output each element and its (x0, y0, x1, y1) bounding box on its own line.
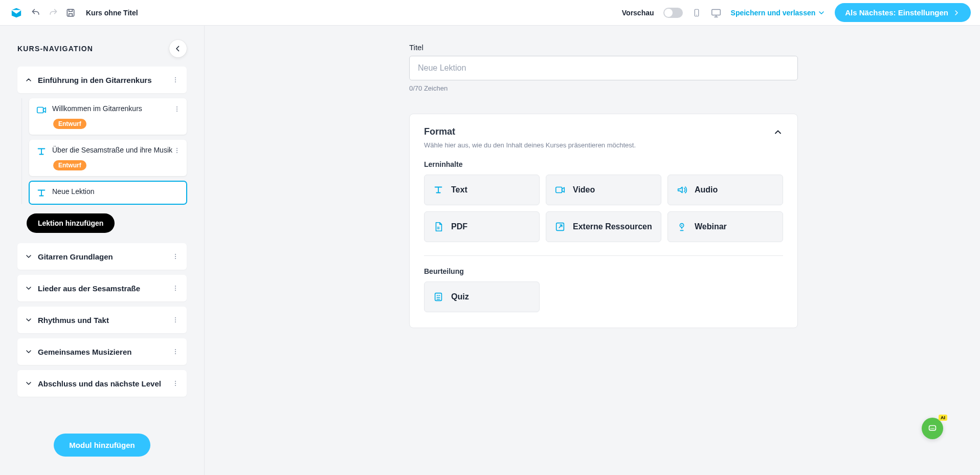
module-menu-button[interactable] (169, 282, 182, 294)
webinar-icon (676, 221, 687, 232)
sidebar: KURS-NAVIGATION Einführung in den Gitarr… (0, 26, 205, 475)
lesson-title: Neue Lektion (52, 187, 95, 197)
module-title: Lieder aus der Sesamstraße (38, 284, 140, 293)
lesson-item[interactable]: Willkommen im Gitarrenkurs Entwurf (29, 98, 187, 135)
module-title: Rhythmus und Takt (38, 316, 109, 325)
format-option-label: Quiz (451, 292, 469, 301)
module-menu-button[interactable] (169, 74, 182, 86)
format-option-label: Video (573, 185, 595, 195)
format-description: Wähle hier aus, wie du den Inhalt deines… (424, 141, 783, 149)
video-icon (554, 184, 566, 196)
module-title: Gitarren Grundlagen (38, 252, 113, 261)
module-header[interactable]: Lieder aus der Sesamstraße (17, 275, 187, 301)
module-list: Einführung in den Gitarrenkurs Willkomme… (0, 67, 204, 423)
undo-button[interactable] (31, 8, 41, 18)
module-menu-button[interactable] (169, 377, 182, 390)
module-item: Lieder aus der Sesamstraße (17, 275, 187, 301)
collapse-sidebar-button[interactable] (169, 40, 187, 57)
format-option-label: Externe Ressourcen (573, 222, 652, 231)
lesson-item[interactable]: Über die Sesamstraße und ihre Musik Entw… (29, 140, 187, 176)
chevron-down-icon (25, 284, 33, 292)
format-option-label: Audio (695, 185, 718, 195)
format-option-external[interactable]: Externe Ressourcen (546, 211, 661, 242)
format-option-label: Text (451, 185, 467, 195)
text-icon (433, 184, 444, 196)
save-button[interactable] (65, 8, 76, 18)
draft-badge: Entwurf (53, 160, 86, 170)
format-heading: Format (424, 126, 455, 137)
pdf-icon (433, 221, 444, 232)
title-character-counter: 0/70 Zeichen (409, 84, 798, 92)
lesson-item-active[interactable]: Neue Lektion (29, 181, 187, 204)
format-option-label: Webinar (695, 222, 727, 231)
chevron-down-icon (25, 348, 33, 356)
app-logo[interactable] (9, 7, 24, 18)
format-option-webinar[interactable]: Webinar (667, 211, 783, 242)
save-and-exit-link[interactable]: Speichern und verlassen (731, 9, 826, 17)
lesson-menu-button[interactable] (171, 144, 183, 157)
course-title: Kurs ohne Titel (86, 9, 138, 17)
module-header[interactable]: Abschluss und das nächste Level (17, 370, 187, 397)
module-header[interactable]: Rhythmus und Takt (17, 307, 187, 333)
lesson-menu-button[interactable] (171, 103, 183, 115)
title-field-label: Titel (409, 43, 798, 52)
chevron-down-icon (25, 252, 33, 261)
format-option-pdf[interactable]: PDF (424, 211, 540, 242)
draft-badge: Entwurf (53, 119, 86, 129)
chevron-down-icon (25, 316, 33, 324)
lesson-list: Willkommen im Gitarrenkurs Entwurf Über … (21, 98, 187, 204)
next-settings-button[interactable]: Als Nächstes: Einstellungen (835, 3, 971, 22)
module-item: Abschluss und das nächste Level (17, 370, 187, 397)
ai-badge: AI (939, 415, 947, 421)
assessment-section-label: Beurteilung (424, 267, 783, 275)
quiz-icon (433, 291, 444, 303)
format-option-label: PDF (451, 222, 467, 231)
text-icon (36, 187, 47, 199)
module-title: Einführung in den Gitarrenkurs (38, 76, 152, 84)
add-lesson-button[interactable]: Lektion hinzufügen (27, 213, 115, 233)
module-item: Rhythmus und Takt (17, 307, 187, 333)
preview-label: Vorschau (622, 9, 654, 17)
chevron-up-icon (25, 76, 33, 84)
format-option-audio[interactable]: Audio (667, 175, 783, 205)
format-option-text[interactable]: Text (424, 175, 540, 205)
main-content: Titel 0/70 Zeichen Format Wähle hier aus… (205, 26, 980, 475)
module-header[interactable]: Gemeinsames Musizieren (17, 338, 187, 365)
external-icon (554, 221, 566, 232)
module-item: Gitarren Grundlagen (17, 243, 187, 270)
next-settings-label: Als Nächstes: Einstellungen (845, 8, 948, 17)
audio-icon (676, 184, 687, 196)
content-section-label: Lerninhalte (424, 160, 783, 168)
ai-assistant-button[interactable]: AI (922, 418, 943, 439)
topbar: Kurs ohne Titel Vorschau Speichern und v… (0, 0, 980, 26)
lesson-title: Über die Sesamstraße und ihre Musik (52, 145, 172, 155)
divider (424, 255, 783, 256)
module-header[interactable]: Einführung in den Gitarrenkurs (17, 67, 187, 93)
mobile-preview-icon[interactable] (692, 7, 701, 18)
sidebar-heading: KURS-NAVIGATION (17, 45, 93, 53)
lesson-title: Willkommen im Gitarrenkurs (52, 104, 142, 114)
add-module-button[interactable]: Modul hinzufügen (54, 434, 150, 457)
module-title: Gemeinsames Musizieren (38, 348, 131, 356)
module-item: Einführung in den Gitarrenkurs (17, 67, 187, 93)
module-menu-button[interactable] (169, 314, 182, 326)
lesson-title-input[interactable] (409, 56, 798, 80)
desktop-preview-icon[interactable] (710, 7, 722, 18)
redo-button[interactable] (48, 8, 58, 18)
module-menu-button[interactable] (169, 346, 182, 358)
format-option-quiz[interactable]: Quiz (424, 282, 540, 312)
preview-toggle[interactable] (663, 8, 683, 18)
video-icon (36, 104, 47, 116)
save-and-exit-label: Speichern und verlassen (731, 9, 816, 17)
module-header[interactable]: Gitarren Grundlagen (17, 243, 187, 270)
format-option-video[interactable]: Video (546, 175, 661, 205)
chevron-down-icon (25, 379, 33, 387)
module-item: Gemeinsames Musizieren (17, 338, 187, 365)
module-title: Abschluss und das nächste Level (38, 379, 161, 388)
text-icon (36, 146, 47, 157)
format-panel: Format Wähle hier aus, wie du den Inhalt… (409, 114, 798, 328)
chat-icon (927, 423, 938, 434)
module-menu-button[interactable] (169, 250, 182, 263)
collapse-format-button[interactable] (773, 127, 783, 137)
